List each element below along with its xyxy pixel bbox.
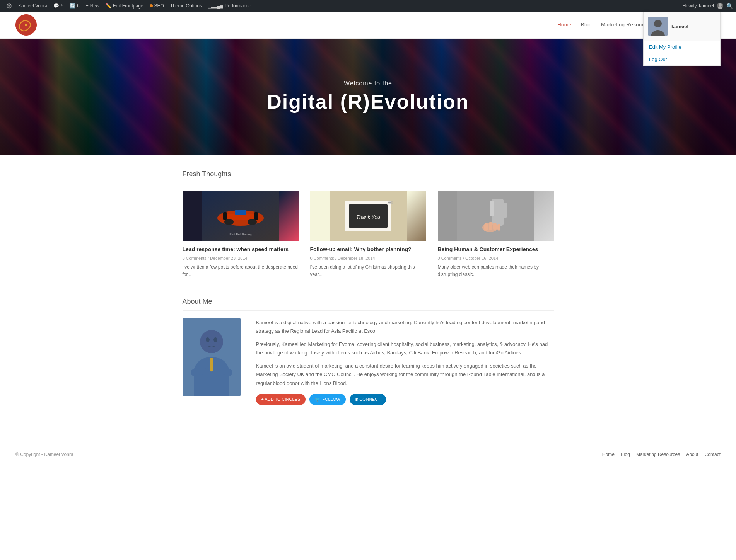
svg-point-3	[654, 20, 662, 27]
svg-text:Thank You: Thank You	[356, 214, 380, 220]
about-photo-img	[183, 318, 241, 396]
about-bio-2: Previously, Kameel led Marketing for Evo…	[256, 340, 554, 357]
svg-rect-32	[484, 223, 488, 231]
svg-rect-11	[223, 212, 227, 220]
updates-link[interactable]: 🔄 6	[67, 0, 83, 12]
post-card-3: Being Human & Customer Experiences 0 Com…	[438, 191, 554, 278]
post-title-1[interactable]: Lead response time: when speed matters	[183, 246, 299, 254]
dropdown-username: kameel	[671, 24, 688, 29]
post-card-2: Thank You Follow-up email: Why bother pl…	[310, 191, 426, 278]
footer-blog[interactable]: Blog	[621, 452, 630, 457]
post-title-2[interactable]: Follow-up email: Why bother planning?	[310, 246, 426, 254]
performance-bar-icon: ▁▂▃▄▅	[208, 4, 223, 8]
theme-options-link[interactable]: Theme Options	[167, 0, 205, 12]
footer-home[interactable]: Home	[602, 452, 615, 457]
svg-point-38	[206, 337, 210, 342]
svg-point-14	[248, 219, 257, 225]
comment-icon: 💬	[53, 3, 59, 9]
updates-count: 6	[77, 3, 80, 9]
edit-profile-link[interactable]: Edit My Profile	[644, 41, 720, 53]
footer-contact[interactable]: Contact	[705, 452, 721, 457]
footer-copyright: © Copyright - Kameel Vohra	[15, 452, 73, 457]
hero-content: Welcome to the Digital (R)Evolution	[267, 80, 469, 113]
seo-link[interactable]: SEO	[147, 0, 167, 12]
hero-welcome-text: Welcome to the	[267, 80, 469, 87]
twitter-follow-button[interactable]: 🐦 FOLLOW	[309, 394, 345, 405]
plus-icon: +	[86, 3, 89, 9]
svg-point-23	[388, 201, 393, 203]
about-photo	[183, 318, 241, 396]
footer-nav: Home Blog Marketing Resources About Cont…	[602, 452, 721, 457]
footer-about[interactable]: About	[686, 452, 698, 457]
logo[interactable]	[15, 14, 37, 36]
theme-label: Theme Options	[170, 3, 202, 9]
about-bio-3: Kameel is an avid student of marketing, …	[256, 362, 554, 387]
site-name-link[interactable]: Kameel Vohra	[15, 0, 50, 12]
fresh-thoughts-title: Fresh Thoughts	[183, 170, 554, 183]
main-content: Fresh Thoughts	[175, 155, 562, 420]
performance-label: Performance	[225, 3, 251, 9]
user-dropdown: kameel Edit My Profile Log Out	[643, 12, 721, 66]
svg-point-24	[388, 203, 393, 204]
post-thumbnail-3[interactable]	[438, 191, 554, 241]
about-title: About Me	[183, 298, 554, 311]
nav-home[interactable]: Home	[557, 19, 572, 31]
svg-rect-12	[254, 212, 258, 220]
svg-point-39	[213, 337, 217, 342]
svg-rect-33	[489, 222, 492, 230]
post-excerpt-3: Many older web companies made their name…	[438, 264, 554, 278]
twitter-icon: 🐦	[315, 397, 320, 402]
comments-link[interactable]: 💬 5	[50, 0, 67, 12]
logout-link[interactable]: Log Out	[644, 53, 720, 66]
svg-rect-28	[490, 201, 494, 216]
post-thumbnail-2[interactable]: Thank You	[310, 191, 426, 241]
logo-circle	[15, 14, 37, 36]
linkedin-connect-button[interactable]: in CONNECT	[350, 394, 386, 405]
svg-point-13	[224, 219, 234, 225]
footer-marketing-resources[interactable]: Marketing Resources	[636, 452, 680, 457]
user-dropdown-header: kameel	[644, 12, 720, 41]
post-title-3[interactable]: Being Human & Customer Experiences	[438, 246, 554, 254]
footer: © Copyright - Kameel Vohra Home Blog Mar…	[0, 444, 736, 465]
svg-rect-30	[504, 208, 507, 218]
edit-icon: ✏️	[106, 3, 111, 9]
about-buttons: + ADD TO CIRCLES 🐦 FOLLOW in CONNECT	[256, 394, 554, 405]
seo-status-dot	[150, 4, 153, 7]
updates-icon: 🔄	[70, 3, 75, 9]
howdy-label[interactable]: Howdy, kameel	[683, 3, 714, 9]
post-card-1: Red Bull Racing Lead response time: when…	[183, 191, 299, 278]
comments-count: 5	[61, 3, 63, 9]
admin-avatar-small[interactable]	[717, 3, 723, 9]
edit-frontpage-link[interactable]: ✏️ Edit Frontpage	[102, 0, 147, 12]
new-label: New	[90, 3, 99, 9]
new-button[interactable]: + New	[83, 0, 102, 12]
admin-bar: ⊕ Kameel Vohra 💬 5 🔄 6 + New ✏️ Edit Fro…	[0, 0, 736, 12]
google-plus-button[interactable]: + ADD TO CIRCLES	[256, 394, 306, 405]
svg-point-6	[25, 24, 27, 26]
post-meta-1: 0 Comments / December 23, 2014	[183, 256, 299, 260]
about-text: Kameel is a digital native with a passio…	[256, 318, 554, 405]
post-excerpt-2: I've been doing a lot of my Christmas sh…	[310, 264, 426, 278]
posts-grid: Red Bull Racing Lead response time: when…	[183, 191, 554, 278]
post-meta-2: 0 Comments / December 18, 2014	[310, 256, 426, 260]
edit-label: Edit Frontpage	[113, 3, 143, 9]
nav-blog[interactable]: Blog	[581, 19, 592, 31]
svg-rect-34	[493, 223, 497, 230]
post-excerpt-1: I've written a few posts before about th…	[183, 264, 299, 278]
svg-text:Red Bull Racing: Red Bull Racing	[229, 233, 251, 236]
post-thumbnail-1[interactable]: Red Bull Racing	[183, 191, 299, 241]
seo-label: SEO	[154, 3, 164, 9]
wp-logo[interactable]: ⊕	[3, 0, 15, 12]
about-section: Kameel is a digital native with a passio…	[183, 318, 554, 405]
svg-rect-35	[497, 224, 500, 231]
performance-link[interactable]: ▁▂▃▄▅ Performance	[205, 0, 254, 12]
admin-search-icon[interactable]: 🔍	[726, 3, 733, 9]
site-name-label: Kameel Vohra	[18, 3, 47, 9]
twitter-label: FOLLOW	[322, 397, 340, 402]
svg-point-1	[717, 7, 723, 9]
wp-icon: ⊕	[6, 2, 12, 10]
svg-rect-15	[235, 210, 246, 215]
hero-title: Digital (R)Evolution	[267, 90, 469, 113]
about-bio-1: Kameel is a digital native with a passio…	[256, 318, 554, 335]
hero-section: Welcome to the Digital (R)Evolution	[0, 39, 736, 155]
